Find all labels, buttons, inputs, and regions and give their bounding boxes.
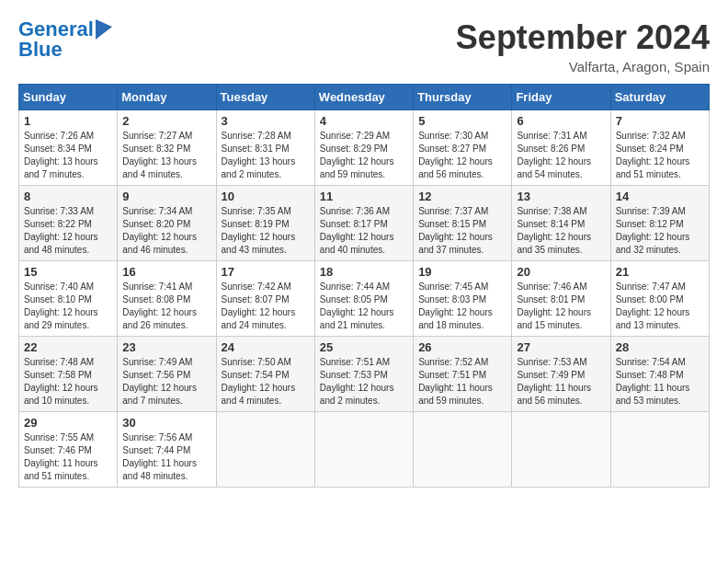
day-number: 23 (122, 340, 210, 354)
day-info: Sunrise: 7:36 AM Sunset: 8:17 PM Dayligh… (320, 205, 408, 257)
weekday-header-sunday: Sunday (19, 85, 118, 110)
day-number: 20 (517, 265, 605, 279)
day-info: Sunrise: 7:46 AM Sunset: 8:01 PM Dayligh… (517, 281, 605, 332)
day-info: Sunrise: 7:29 AM Sunset: 8:29 PM Dayligh… (320, 130, 408, 181)
day-number: 17 (222, 265, 310, 279)
week-row-1: 1Sunrise: 7:26 AM Sunset: 8:34 PM Daylig… (19, 110, 710, 186)
week-row-2: 8Sunrise: 7:33 AM Sunset: 8:22 PM Daylig… (19, 186, 710, 261)
day-cell: 2Sunrise: 7:27 AM Sunset: 8:32 PM Daylig… (118, 110, 216, 186)
day-cell: 11Sunrise: 7:36 AM Sunset: 8:17 PM Dayli… (314, 186, 413, 261)
day-number: 26 (418, 340, 506, 354)
day-cell: 8Sunrise: 7:33 AM Sunset: 8:22 PM Daylig… (19, 186, 118, 261)
day-cell (314, 412, 413, 488)
day-info: Sunrise: 7:28 AM Sunset: 8:31 PM Dayligh… (222, 130, 310, 181)
day-number: 9 (122, 190, 210, 203)
day-number: 24 (222, 340, 310, 354)
day-number: 11 (320, 190, 408, 203)
logo: General Blue (18, 18, 112, 61)
day-number: 19 (418, 265, 506, 279)
weekday-header-saturday: Saturday (610, 85, 709, 110)
day-cell: 26Sunrise: 7:52 AM Sunset: 7:51 PM Dayli… (414, 337, 512, 412)
day-cell: 5Sunrise: 7:30 AM Sunset: 8:27 PM Daylig… (414, 110, 512, 186)
day-number: 2 (122, 114, 210, 128)
day-info: Sunrise: 7:49 AM Sunset: 7:56 PM Dayligh… (122, 356, 210, 408)
day-number: 6 (517, 114, 605, 128)
week-row-4: 22Sunrise: 7:48 AM Sunset: 7:58 PM Dayli… (19, 337, 710, 412)
day-cell (512, 412, 610, 488)
day-number: 27 (517, 340, 605, 354)
weekday-header-row: SundayMondayTuesdayWednesdayThursdayFrid… (19, 85, 710, 110)
day-cell: 24Sunrise: 7:50 AM Sunset: 7:54 PM Dayli… (216, 337, 314, 412)
day-cell: 6Sunrise: 7:31 AM Sunset: 8:26 PM Daylig… (512, 110, 610, 186)
day-number: 3 (222, 114, 310, 128)
day-cell: 16Sunrise: 7:41 AM Sunset: 8:08 PM Dayli… (118, 261, 216, 337)
day-cell: 13Sunrise: 7:38 AM Sunset: 8:14 PM Dayli… (512, 186, 610, 261)
header: General Blue September 2024 Valfarta, Ar… (18, 18, 710, 75)
day-cell: 22Sunrise: 7:48 AM Sunset: 7:58 PM Dayli… (19, 337, 118, 412)
day-cell: 17Sunrise: 7:42 AM Sunset: 8:07 PM Dayli… (216, 261, 314, 337)
svg-marker-0 (96, 19, 112, 40)
day-number: 5 (418, 114, 506, 128)
logo-text2: Blue (18, 39, 63, 61)
day-cell: 19Sunrise: 7:45 AM Sunset: 8:03 PM Dayli… (414, 261, 512, 337)
day-number: 13 (517, 190, 605, 203)
day-info: Sunrise: 7:33 AM Sunset: 8:22 PM Dayligh… (24, 205, 112, 257)
day-cell: 10Sunrise: 7:35 AM Sunset: 8:19 PM Dayli… (216, 186, 314, 261)
day-info: Sunrise: 7:55 AM Sunset: 7:46 PM Dayligh… (24, 431, 112, 483)
day-cell: 15Sunrise: 7:40 AM Sunset: 8:10 PM Dayli… (19, 261, 118, 337)
day-info: Sunrise: 7:54 AM Sunset: 7:48 PM Dayligh… (616, 356, 704, 408)
day-number: 18 (320, 265, 408, 279)
day-info: Sunrise: 7:38 AM Sunset: 8:14 PM Dayligh… (517, 205, 605, 257)
week-row-5: 29Sunrise: 7:55 AM Sunset: 7:46 PM Dayli… (19, 412, 710, 488)
day-info: Sunrise: 7:51 AM Sunset: 7:53 PM Dayligh… (320, 356, 408, 408)
day-number: 7 (616, 114, 704, 128)
month-title: September 2024 (456, 18, 710, 57)
day-cell: 18Sunrise: 7:44 AM Sunset: 8:05 PM Dayli… (314, 261, 413, 337)
day-number: 16 (122, 265, 210, 279)
day-info: Sunrise: 7:34 AM Sunset: 8:20 PM Dayligh… (122, 205, 210, 257)
day-number: 22 (24, 340, 112, 354)
day-cell: 28Sunrise: 7:54 AM Sunset: 7:48 PM Dayli… (610, 337, 709, 412)
day-number: 15 (24, 265, 112, 279)
location-title: Valfarta, Aragon, Spain (456, 59, 710, 75)
day-cell: 20Sunrise: 7:46 AM Sunset: 8:01 PM Dayli… (512, 261, 610, 337)
day-cell: 29Sunrise: 7:55 AM Sunset: 7:46 PM Dayli… (19, 412, 118, 488)
day-info: Sunrise: 7:42 AM Sunset: 8:07 PM Dayligh… (222, 281, 310, 332)
day-cell: 9Sunrise: 7:34 AM Sunset: 8:20 PM Daylig… (118, 186, 216, 261)
day-info: Sunrise: 7:37 AM Sunset: 8:15 PM Dayligh… (418, 205, 506, 257)
weekday-header-thursday: Thursday (414, 85, 512, 110)
day-cell: 3Sunrise: 7:28 AM Sunset: 8:31 PM Daylig… (216, 110, 314, 186)
calendar: SundayMondayTuesdayWednesdayThursdayFrid… (18, 84, 710, 488)
day-cell: 30Sunrise: 7:56 AM Sunset: 7:44 PM Dayli… (118, 412, 216, 488)
day-cell: 25Sunrise: 7:51 AM Sunset: 7:53 PM Dayli… (314, 337, 413, 412)
title-area: September 2024 Valfarta, Aragon, Spain (456, 18, 710, 75)
day-cell (216, 412, 314, 488)
day-cell: 7Sunrise: 7:32 AM Sunset: 8:24 PM Daylig… (610, 110, 709, 186)
day-number: 14 (616, 190, 704, 203)
day-cell: 21Sunrise: 7:47 AM Sunset: 8:00 PM Dayli… (610, 261, 709, 337)
day-info: Sunrise: 7:53 AM Sunset: 7:49 PM Dayligh… (517, 356, 605, 408)
day-number: 4 (320, 114, 408, 128)
day-info: Sunrise: 7:47 AM Sunset: 8:00 PM Dayligh… (616, 281, 704, 332)
day-info: Sunrise: 7:56 AM Sunset: 7:44 PM Dayligh… (122, 431, 210, 483)
day-number: 10 (222, 190, 310, 203)
day-info: Sunrise: 7:40 AM Sunset: 8:10 PM Dayligh… (24, 281, 112, 332)
week-row-3: 15Sunrise: 7:40 AM Sunset: 8:10 PM Dayli… (19, 261, 710, 337)
day-number: 29 (24, 416, 112, 430)
day-number: 30 (122, 416, 210, 430)
day-cell: 14Sunrise: 7:39 AM Sunset: 8:12 PM Dayli… (610, 186, 709, 261)
day-number: 1 (24, 114, 112, 128)
day-number: 28 (616, 340, 704, 354)
day-cell (414, 412, 512, 488)
day-number: 12 (418, 190, 506, 203)
day-info: Sunrise: 7:26 AM Sunset: 8:34 PM Dayligh… (24, 130, 112, 181)
day-info: Sunrise: 7:27 AM Sunset: 8:32 PM Dayligh… (122, 130, 210, 181)
weekday-header-friday: Friday (512, 85, 610, 110)
day-number: 25 (320, 340, 408, 354)
day-cell: 23Sunrise: 7:49 AM Sunset: 7:56 PM Dayli… (118, 337, 216, 412)
day-info: Sunrise: 7:44 AM Sunset: 8:05 PM Dayligh… (320, 281, 408, 332)
day-cell: 12Sunrise: 7:37 AM Sunset: 8:15 PM Dayli… (414, 186, 512, 261)
day-cell: 4Sunrise: 7:29 AM Sunset: 8:29 PM Daylig… (314, 110, 413, 186)
day-info: Sunrise: 7:45 AM Sunset: 8:03 PM Dayligh… (418, 281, 506, 332)
weekday-header-tuesday: Tuesday (216, 85, 314, 110)
